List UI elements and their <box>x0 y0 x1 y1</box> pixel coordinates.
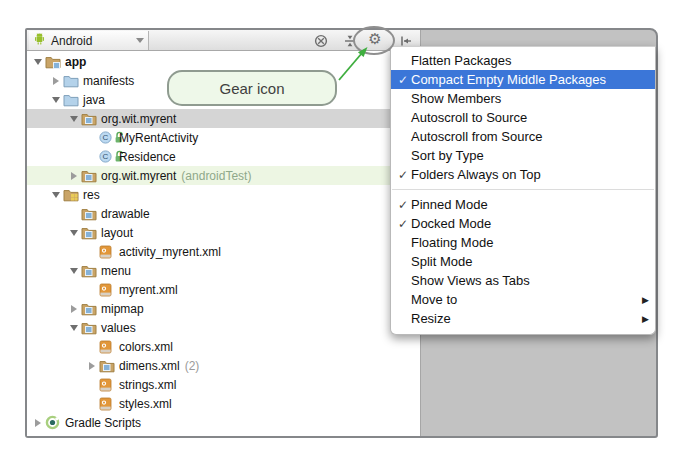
project-view-selector[interactable]: Android <box>29 31 149 50</box>
menu-item[interactable]: Floating Mode <box>391 233 655 252</box>
menu-item[interactable]: Show Views as Tabs <box>391 271 655 290</box>
tree-expand-arrow[interactable] <box>85 362 99 370</box>
menu-item[interactable]: Flatten Packages <box>391 51 655 70</box>
menu-item-label: Show Views as Tabs <box>411 273 649 288</box>
svg-text:C: C <box>103 152 109 161</box>
menu-item[interactable]: Split Mode <box>391 252 655 271</box>
tree-row[interactable]: res <box>27 185 420 204</box>
menu-item[interactable]: Autoscroll from Source <box>391 127 655 146</box>
tree-node-label: org.wit.myrent <box>101 112 176 126</box>
tree-row[interactable]: layout <box>27 223 420 242</box>
tree-expand-arrow[interactable] <box>31 59 45 65</box>
tree-node-suffix: (2) <box>185 359 200 373</box>
tree-row[interactable]: colors.xml <box>27 337 420 356</box>
menu-item[interactable]: Sort by Type <box>391 146 655 165</box>
tree-expand-arrow[interactable] <box>67 172 81 180</box>
menu-item[interactable]: ✓ Folders Always on Top <box>391 165 655 184</box>
tree-row[interactable]: mipmap <box>27 299 420 318</box>
tree-expand-arrow[interactable] <box>49 97 63 103</box>
menu-item-label: Show Members <box>411 91 649 106</box>
tree-row[interactable]: C MyRentActivity <box>27 128 420 147</box>
tree-row[interactable]: C Residence <box>27 147 420 166</box>
menu-item[interactable]: ✓ Compact Empty Middle Packages <box>391 70 655 89</box>
tree-node-label: styles.xml <box>119 397 172 411</box>
menu-item-label: Split Mode <box>411 254 649 269</box>
menu-item-label: Docked Mode <box>411 216 649 231</box>
tree-node-label: dimens.xml <box>119 359 180 373</box>
menu-item-label: Autoscroll from Source <box>411 129 649 144</box>
chevron-down-icon <box>136 38 144 43</box>
tree-node-label: manifests <box>83 74 134 88</box>
tree-node-label: MyRentActivity <box>119 131 198 145</box>
tree-node-icon <box>81 302 98 316</box>
menu-item-label: Compact Empty Middle Packages <box>411 72 649 87</box>
tree-node-icon <box>99 397 116 411</box>
tree-expand-arrow[interactable] <box>67 325 81 331</box>
tree-expand-arrow[interactable] <box>67 116 81 122</box>
menu-item-label: Sort by Type <box>411 148 649 163</box>
tree-node-label: mipmap <box>101 302 144 316</box>
tree-row[interactable]: styles.xml <box>27 394 420 413</box>
project-tree: app manifests java org.wit.myrent C <box>27 51 420 436</box>
tree-row[interactable]: drawable <box>27 204 420 223</box>
checkmark-icon: ✓ <box>395 198 411 212</box>
menu-item-label: Folders Always on Top <box>411 167 649 182</box>
tree-node-label: colors.xml <box>119 340 173 354</box>
checkmark-icon: ✓ <box>395 217 411 231</box>
tree-node-label: values <box>101 321 136 335</box>
menu-item[interactable]: Show Members <box>391 89 655 108</box>
tree-row[interactable]: values <box>27 318 420 337</box>
tree-expand-arrow[interactable] <box>67 230 81 236</box>
tree-expand-arrow[interactable] <box>49 77 63 85</box>
gear-icon-callout: Gear icon <box>167 70 337 106</box>
checkmark-icon: ✓ <box>395 168 411 182</box>
tree-expand-arrow[interactable] <box>49 192 63 198</box>
menu-item[interactable]: Move to ▶ <box>391 290 655 309</box>
tree-row[interactable]: org.wit.myrent <box>27 109 420 128</box>
tree-node-label: drawable <box>101 207 150 221</box>
menu-item-label: Flatten Packages <box>411 53 649 68</box>
tree-node-label: org.wit.myrent <box>101 169 176 183</box>
tree-node-label: myrent.xml <box>119 283 178 297</box>
menu-item[interactable]: ✓ Pinned Mode <box>391 195 655 214</box>
tree-row[interactable]: Gradle Scripts <box>27 413 420 432</box>
tree-node-label: Gradle Scripts <box>65 416 141 430</box>
tree-row[interactable]: activity_myrent.xml <box>27 242 420 261</box>
menu-item-label: Resize <box>411 311 642 326</box>
tree-expand-arrow[interactable] <box>67 268 81 274</box>
checkmark-icon: ✓ <box>395 73 411 87</box>
gear-dropdown-menu: Flatten Packages ✓ Compact Empty Middle … <box>390 46 656 335</box>
menu-item[interactable]: ✓ Docked Mode <box>391 214 655 233</box>
tree-expand-arrow[interactable] <box>31 419 45 427</box>
menu-item[interactable]: Autoscroll to Source <box>391 108 655 127</box>
tree-node-icon <box>63 188 80 202</box>
menu-item-label: Move to <box>411 292 642 307</box>
tree-node-suffix: (androidTest) <box>181 169 251 183</box>
tree-node-icon <box>99 340 116 354</box>
tree-node-icon <box>81 321 98 335</box>
tree-node-icon <box>45 55 62 69</box>
tree-node-icon <box>99 245 116 259</box>
tree-row[interactable]: myrent.xml <box>27 280 420 299</box>
tree-node-label: Residence <box>119 150 176 164</box>
menu-item-label: Floating Mode <box>411 235 649 250</box>
tree-node-label: java <box>83 93 105 107</box>
gear-highlight-ellipse-annotation <box>353 26 395 55</box>
tree-node-icon <box>81 207 98 221</box>
tree-row[interactable]: app <box>27 52 420 71</box>
tree-node-label: menu <box>101 264 131 278</box>
tree-row[interactable]: org.wit.myrent (androidTest) <box>27 166 420 185</box>
scroll-from-source-icon[interactable] <box>312 32 330 49</box>
tree-node-icon <box>81 226 98 240</box>
svg-text:C: C <box>103 133 109 142</box>
tree-node-icon <box>63 74 80 88</box>
tree-node-icon <box>99 378 116 392</box>
tree-row[interactable]: menu <box>27 261 420 280</box>
tree-expand-arrow[interactable] <box>67 305 81 313</box>
tree-row[interactable]: strings.xml <box>27 375 420 394</box>
menu-item[interactable]: Resize ▶ <box>391 309 655 328</box>
tree-node-label: strings.xml <box>119 378 176 392</box>
tree-row[interactable]: dimens.xml (2) <box>27 356 420 375</box>
menu-separator <box>392 189 654 190</box>
tree-node-icon <box>81 264 98 278</box>
